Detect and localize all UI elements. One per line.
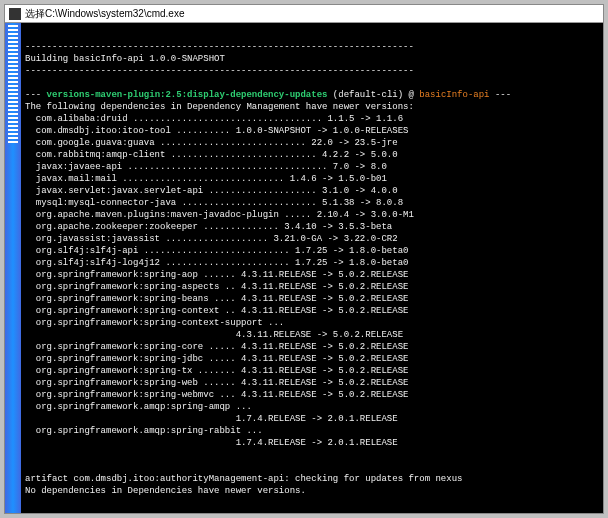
- hr-top: ----------------------------------------…: [25, 42, 414, 52]
- cmd-icon: [9, 8, 21, 20]
- terminal: ----------------------------------------…: [5, 23, 603, 513]
- scrollbar[interactable]: [5, 23, 21, 513]
- hr-bottom: ----------------------------------------…: [25, 66, 414, 76]
- titlebar[interactable]: 选择C:\Windows\system32\cmd.exe: [5, 5, 603, 23]
- terminal-content[interactable]: ----------------------------------------…: [21, 23, 603, 513]
- cmd-window: 选择C:\Windows\system32\cmd.exe ----------…: [4, 4, 604, 514]
- dependency-rows: com.alibaba:druid ......................…: [25, 113, 599, 449]
- building-line: Building basicInfo-api 1.0.0-SNAPSHOT: [25, 54, 225, 64]
- deps-header: The following dependencies in Dependency…: [25, 102, 414, 112]
- plugin-name: versions-maven-plugin:2.5:display-depend…: [47, 90, 328, 100]
- window-title: 选择C:\Windows\system32\cmd.exe: [25, 7, 185, 21]
- goal-line: --- versions-maven-plugin:2.5:display-de…: [25, 90, 511, 100]
- footer-artifact: artifact com.dmsdbj.itoo:authorityManage…: [25, 474, 462, 484]
- footer-nodep: No dependencies in Dependencies have new…: [25, 486, 306, 496]
- artifact-name: basicInfo-api: [419, 90, 489, 100]
